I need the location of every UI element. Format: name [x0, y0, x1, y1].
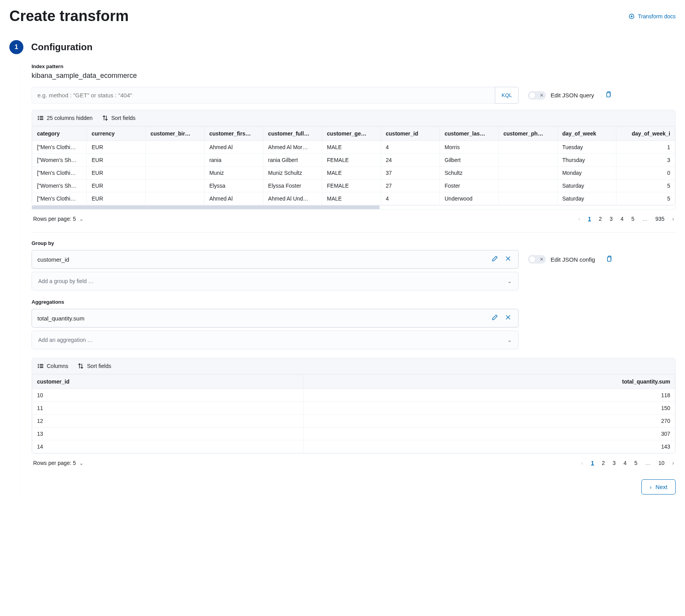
edit-json-query-label: Edit JSON query: [551, 92, 594, 99]
page-4[interactable]: 4: [623, 460, 627, 466]
close-icon: ✕: [540, 93, 544, 98]
next-page[interactable]: ›: [672, 216, 674, 222]
columns-icon: [37, 115, 44, 121]
col-header[interactable]: customer_firs…: [205, 127, 263, 141]
page-last[interactable]: 10: [659, 460, 665, 466]
table-row: 13307: [32, 428, 675, 440]
step-badge: 1: [9, 40, 23, 54]
chevron-right-icon: ›: [650, 484, 651, 490]
page-2[interactable]: 2: [599, 216, 602, 222]
source-pagination: ‹ 1 2 3 4 5 … 935 ›: [578, 216, 674, 222]
col-header[interactable]: currency: [87, 127, 146, 141]
rows-per-page-select[interactable]: Rows per page: 5 ⌄: [33, 460, 84, 466]
edit-config-toggle[interactable]: ✕: [528, 255, 546, 264]
chevron-down-icon: ⌄: [79, 460, 84, 466]
chevron-down-icon: ⌄: [507, 278, 512, 284]
page-1[interactable]: 1: [591, 460, 594, 466]
index-pattern-value: kibana_sample_data_ecommerce: [32, 72, 676, 80]
col-total-quantity-sum[interactable]: total_quantity.sum: [303, 375, 675, 389]
table-row: 11150: [32, 402, 675, 415]
table-row: 10118: [32, 389, 675, 402]
clipboard-icon[interactable]: [605, 91, 611, 99]
columns-icon: [37, 363, 44, 369]
horizontal-scrollbar[interactable]: [32, 206, 676, 209]
next-button[interactable]: › Next: [641, 479, 676, 495]
columns-hidden-button[interactable]: 25 columns hidden: [37, 115, 93, 121]
table-row: 14143: [32, 440, 675, 453]
page-1[interactable]: 1: [588, 216, 591, 222]
page-5[interactable]: 5: [631, 216, 634, 222]
columns-button[interactable]: Columns: [37, 363, 68, 369]
edit-icon[interactable]: [492, 314, 498, 322]
table-row: ["Men's Clothi…EURMunizMuniz SchultzMALE…: [32, 167, 675, 180]
source-table: categorycurrencycustomer_bir…customer_fi…: [32, 126, 676, 206]
col-header[interactable]: customer_las…: [440, 127, 499, 141]
col-header[interactable]: customer_ge…: [322, 127, 381, 141]
index-pattern-label: Index pattern: [32, 63, 676, 69]
chevron-down-icon: ⌄: [79, 216, 84, 222]
col-header[interactable]: customer_ph…: [498, 127, 557, 141]
page-3[interactable]: 3: [610, 216, 613, 222]
source-table-toolbar: 25 columns hidden Sort fields: [32, 110, 676, 126]
remove-icon[interactable]: [505, 314, 511, 322]
table-row: ["Women's Sh…EURElyssaElyssa FosterFEMAL…: [32, 180, 675, 192]
svg-rect-8: [607, 257, 611, 261]
col-header[interactable]: day_of_week: [557, 127, 616, 141]
col-header[interactable]: customer_full…: [263, 127, 322, 141]
transform-docs-link[interactable]: Transform docs: [629, 13, 676, 19]
svg-rect-1: [607, 93, 610, 97]
rows-per-page-select[interactable]: Rows per page: 5 ⌄: [33, 216, 84, 222]
svg-rect-7: [40, 119, 43, 120]
kql-button[interactable]: KQL: [495, 87, 519, 104]
prev-page[interactable]: ‹: [578, 216, 580, 222]
pagination-ellipsis: …: [642, 216, 648, 222]
edit-query-toggle[interactable]: ✕: [528, 91, 546, 100]
svg-rect-11: [38, 367, 39, 368]
step-title: Configuration: [31, 42, 92, 53]
page-title: Create transform: [9, 8, 129, 25]
result-table: Columns Sort fields customer_id total_qu…: [32, 358, 676, 454]
sort-fields-button[interactable]: Sort fields: [78, 363, 111, 369]
page-3[interactable]: 3: [613, 460, 616, 466]
chevron-down-icon: ⌄: [507, 337, 512, 343]
sort-icon: [78, 363, 84, 369]
pagination-ellipsis: …: [645, 460, 651, 466]
add-aggregation-field[interactable]: Add an aggregation … ⌄: [32, 331, 519, 349]
group-by-label: Group by: [32, 240, 676, 246]
table-row: ["Men's Clothi…EURAhmed AlAhmed Al Und…M…: [32, 192, 675, 205]
add-group-by-field[interactable]: Add a group by field … ⌄: [32, 272, 519, 290]
svg-rect-6: [40, 118, 43, 118]
aggregation-chip: total_quantity.sum: [32, 309, 519, 327]
table-row: ["Men's Clothi…EURAhmed AlAhmed Al Mor…M…: [32, 141, 675, 154]
col-header[interactable]: day_of_week_i: [616, 127, 675, 141]
query-input[interactable]: [32, 87, 495, 104]
svg-rect-14: [40, 367, 43, 368]
page-4[interactable]: 4: [620, 216, 623, 222]
clipboard-icon[interactable]: [606, 255, 612, 264]
page-5[interactable]: 5: [634, 460, 637, 466]
table-row: 12270: [32, 415, 675, 428]
table-row: ["Women's Sh…EURraniarania GilbertFEMALE…: [32, 154, 675, 167]
prev-page[interactable]: ‹: [581, 460, 583, 466]
svg-rect-5: [40, 116, 43, 117]
col-header[interactable]: category: [32, 127, 87, 141]
remove-icon[interactable]: [505, 255, 511, 263]
svg-rect-9: [38, 364, 39, 365]
svg-rect-10: [38, 366, 39, 366]
col-header[interactable]: customer_id: [381, 127, 440, 141]
col-header[interactable]: customer_bir…: [146, 127, 205, 141]
next-page[interactable]: ›: [672, 460, 674, 466]
sort-fields-button[interactable]: Sort fields: [102, 115, 136, 121]
result-pagination: ‹ 1 2 3 4 5 … 10 ›: [581, 460, 674, 466]
sort-icon: [102, 115, 108, 121]
edit-json-config-label: Edit JSON config: [551, 256, 595, 263]
page-last[interactable]: 935: [655, 216, 664, 222]
page-2[interactable]: 2: [602, 460, 605, 466]
close-icon: ✕: [540, 257, 544, 262]
aggregations-label: Aggregations: [32, 299, 676, 305]
col-customer-id[interactable]: customer_id: [32, 375, 304, 389]
result-table-toolbar: Columns Sort fields: [32, 358, 675, 374]
svg-rect-4: [38, 119, 39, 120]
edit-icon[interactable]: [492, 255, 498, 263]
svg-rect-12: [40, 364, 43, 365]
